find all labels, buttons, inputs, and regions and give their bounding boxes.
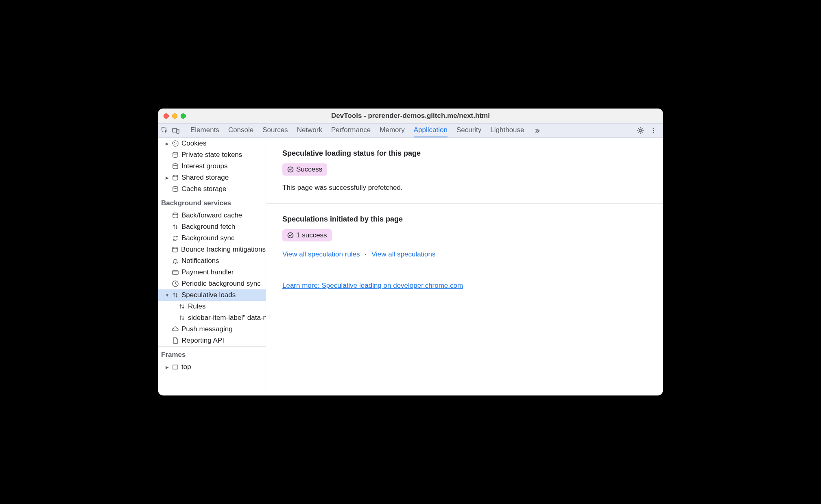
svg-point-11 [173, 152, 178, 154]
svg-rect-20 [173, 365, 178, 369]
svg-point-15 [173, 213, 178, 215]
link-view-all-speculations[interactable]: View all speculations [371, 250, 436, 259]
sidebar-item-speculations[interactable]: sidebar-item-label" data-name="sidebar-i… [158, 312, 266, 324]
sidebar-item-payment-handler[interactable]: Payment handler [158, 267, 266, 278]
svg-point-5 [653, 130, 654, 131]
svg-point-7 [172, 141, 178, 146]
link-learn-more[interactable]: Learn more: Speculative loading on devel… [282, 282, 463, 289]
database-icon [172, 163, 179, 170]
sidebar-item-label: Back/forward cache [181, 211, 242, 219]
tab-performance[interactable]: Performance [331, 124, 371, 137]
svg-point-16 [172, 247, 177, 249]
application-sidebar: ▶ Cookies Private state tokens Interest … [158, 138, 266, 395]
separator: · [365, 251, 367, 258]
sidebar-item-background-sync[interactable]: Background sync [158, 232, 266, 244]
frame-icon [172, 363, 179, 371]
sidebar-item-label: Notifications [181, 257, 219, 265]
cloud-icon [172, 326, 179, 333]
sidebar-item-label: Rules [188, 302, 205, 311]
status-section: Speculative loading status for this page… [266, 138, 663, 204]
sidebar-item-reporting-api[interactable]: Reporting API [158, 335, 266, 346]
updown-icon [178, 314, 186, 322]
sidebar-item-push-messaging[interactable]: Push messaging [158, 324, 266, 335]
chevron-down-icon: ▼ [165, 293, 169, 297]
link-view-all-rules[interactable]: View all speculation rules [282, 250, 360, 259]
main-panel: Speculative loading status for this page… [266, 138, 663, 395]
svg-point-9 [176, 143, 177, 144]
sidebar-item-label: Payment handler [181, 268, 234, 276]
database-icon [172, 174, 179, 181]
speculations-section: Speculations initiated by this page 1 su… [266, 204, 663, 270]
check-circle-icon [287, 166, 294, 173]
tab-memory[interactable]: Memory [380, 124, 404, 137]
tab-elements[interactable]: Elements [190, 124, 219, 137]
bell-icon [172, 257, 179, 265]
sidebar-item-cache-storage[interactable]: Cache storage [158, 183, 266, 195]
more-tabs-icon[interactable] [533, 126, 542, 135]
sidebar-item-periodic-sync[interactable]: Periodic background sync [158, 278, 266, 289]
svg-point-14 [173, 187, 178, 188]
updown-icon [172, 223, 179, 230]
sidebar-section-frames: Frames [158, 346, 266, 361]
status-badge-text: Success [296, 165, 322, 174]
kebab-menu-icon[interactable] [649, 126, 657, 135]
sidebar-item-bounce-tracking[interactable]: Bounce tracking mitigations [158, 244, 266, 255]
svg-point-8 [174, 142, 175, 143]
sidebar-item-label: Reporting API [181, 337, 224, 345]
speculations-badge-text: 1 success [296, 231, 327, 239]
sidebar-section-background-services: Background services [158, 195, 266, 210]
sidebar-item-shared-storage[interactable]: ▶ Shared storage [158, 172, 266, 183]
document-icon [172, 337, 179, 344]
sidebar-item-bfcache[interactable]: Back/forward cache [158, 210, 266, 221]
svg-point-12 [173, 164, 178, 165]
sidebar-item-notifications[interactable]: Notifications [158, 255, 266, 267]
tab-lighthouse[interactable]: Lighthouse [490, 124, 524, 137]
sidebar-item-cookies[interactable]: ▶ Cookies [158, 138, 266, 149]
chevron-right-icon: ▶ [165, 141, 169, 146]
settings-icon[interactable] [636, 126, 644, 135]
tab-security[interactable]: Security [456, 124, 481, 137]
database-icon [171, 246, 179, 253]
tab-sources[interactable]: Sources [262, 124, 288, 137]
svg-point-13 [173, 175, 178, 177]
devtools-toolbar: Elements Console Sources Network Perform… [158, 123, 663, 138]
sidebar-item-top-frame[interactable]: ▶ top [158, 361, 266, 373]
tab-network[interactable]: Network [297, 124, 322, 137]
status-text: This page was successfully prefetched. [282, 184, 647, 192]
check-circle-icon [287, 232, 294, 239]
sidebar-item-interest-groups[interactable]: Interest groups [158, 161, 266, 172]
cookie-icon [172, 140, 179, 147]
learn-more-section: Learn more: Speculative loading on devel… [266, 270, 663, 301]
titlebar: DevTools - prerender-demos.glitch.me/nex… [158, 109, 663, 123]
sidebar-item-label: top [181, 363, 191, 371]
devtools-tabs: Elements Console Sources Network Perform… [190, 124, 635, 137]
updown-icon [178, 303, 186, 310]
svg-point-6 [653, 132, 654, 133]
sidebar-item-label: Interest groups [181, 162, 227, 170]
sidebar-item-private-state-tokens[interactable]: Private state tokens [158, 149, 266, 161]
sidebar-item-label: Bounce tracking mitigations [181, 245, 266, 254]
database-icon [172, 212, 179, 219]
tab-console[interactable]: Console [228, 124, 253, 137]
sidebar-item-label: Cache storage [181, 185, 227, 193]
content-area: ▶ Cookies Private state tokens Interest … [158, 138, 663, 395]
sidebar-item-rules[interactable]: Rules [158, 301, 266, 312]
inspect-element-icon[interactable] [161, 126, 169, 135]
status-heading: Speculative loading status for this page [282, 149, 647, 158]
sidebar-item-background-fetch[interactable]: Background fetch [158, 221, 266, 232]
svg-rect-17 [172, 271, 178, 274]
speculations-badge: 1 success [282, 229, 332, 241]
tab-application[interactable]: Application [414, 124, 448, 137]
sidebar-item-label: Periodic background sync [181, 280, 261, 288]
devtools-window: DevTools - prerender-demos.glitch.me/nex… [158, 109, 663, 395]
database-icon [172, 185, 179, 193]
device-toolbar-icon[interactable] [172, 126, 180, 135]
credit-card-icon [172, 269, 179, 276]
sidebar-item-speculative-loads[interactable]: ▼ Speculative loads [158, 289, 266, 301]
updown-icon [172, 291, 179, 299]
sidebar-item-label: Shared storage [181, 174, 229, 182]
sidebar-item-label: Private state tokens [181, 151, 242, 159]
sidebar-item-label: Speculative loads [181, 291, 236, 299]
sync-icon [172, 235, 179, 242]
sidebar-item-label: Background fetch [181, 223, 235, 231]
